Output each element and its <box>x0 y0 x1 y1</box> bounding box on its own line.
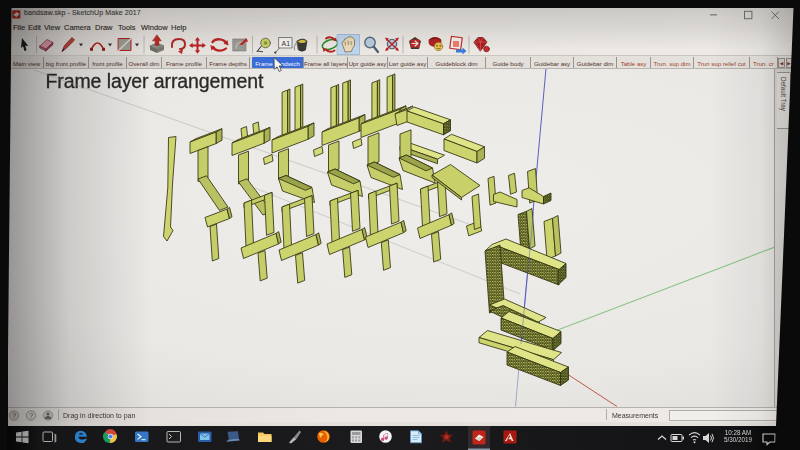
svg-text:?: ? <box>12 412 16 419</box>
svg-text:?: ? <box>29 412 33 419</box>
svg-text:A1: A1 <box>282 40 291 47</box>
